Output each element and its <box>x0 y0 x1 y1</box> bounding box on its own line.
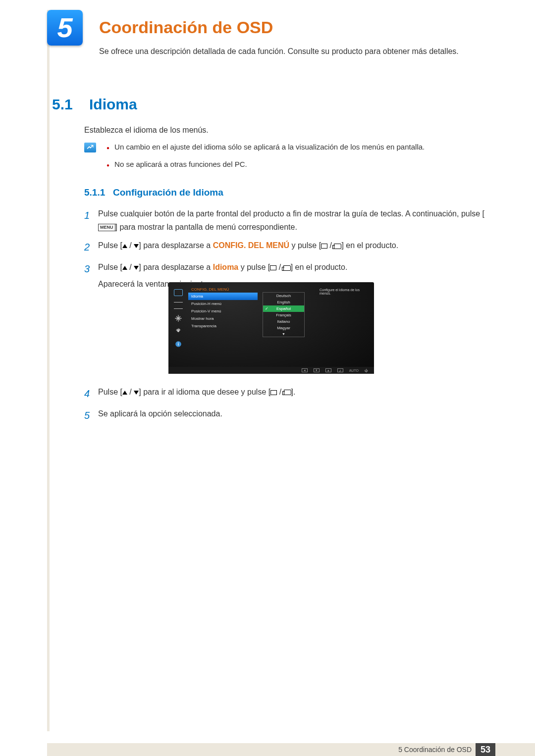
osd-info-icon: i <box>174 341 183 348</box>
osd-lang-item: Italiano <box>263 318 304 325</box>
step-number: 5 <box>84 407 98 424</box>
step-5-text: Se aplicará la opción seleccionada. <box>98 407 493 424</box>
osd-menu-item: Posición-H menú <box>188 300 258 307</box>
osd-lang-scroll-icon: ▼ <box>263 331 304 337</box>
chapter-title: Coordinación de OSD <box>99 18 273 37</box>
osd-color-icon <box>174 302 183 309</box>
step-number: 4 <box>84 385 98 402</box>
chapter-description: Se ofrece una descripción detallada de c… <box>99 46 493 57</box>
source-icon <box>270 390 277 395</box>
enter-icon <box>284 390 291 395</box>
osd-size-icon <box>174 315 183 322</box>
note-bullets: ●Un cambio en el ajuste del idioma sólo … <box>107 142 493 176</box>
bullet-dot-icon: ● <box>107 161 109 170</box>
osd-screenshot: i CONFIG. DEL MENÚ Idioma Posición-H men… <box>168 282 374 374</box>
step-number: 3 <box>84 260 98 290</box>
step-2-text: Pulse [ / ] para desplazarse a CONFIG. D… <box>98 239 493 255</box>
triangle-up-icon <box>122 266 127 270</box>
osd-setup-icon <box>174 328 183 335</box>
left-stripe <box>47 10 50 731</box>
osd-lang-item: English <box>263 299 304 305</box>
step-4-text: Pulse [ / ] para ir al idioma que desee … <box>98 385 493 402</box>
triangle-down-icon <box>134 266 139 270</box>
osd-lang-item: Magyar <box>263 325 304 331</box>
section-description: Establezca el idioma de los menús. <box>84 126 209 135</box>
osd-menu-item: Transparencia <box>188 322 258 330</box>
note-bullet-2: No se aplicará a otras funciones del PC. <box>114 159 247 170</box>
osd-bar-auto-label: AUTO <box>349 369 359 372</box>
enter-icon <box>283 265 291 271</box>
osd-picture-icon <box>174 289 183 296</box>
osd-menu-item: Posición-V menú <box>188 307 258 315</box>
triangle-up-icon <box>122 391 127 395</box>
page-footer: 5 Coordinación de OSD 53 <box>47 743 535 756</box>
osd-lang-item: Français <box>263 312 304 318</box>
osd-lang-item: Deutsch <box>263 293 304 299</box>
footer-chapter-label: 5 Coordinación de OSD <box>398 746 472 754</box>
svg-text:i: i <box>178 342 179 347</box>
subsection-number: 5.1.1 <box>84 187 105 198</box>
note-icon <box>84 143 96 152</box>
note-bullet-1: Un cambio en el ajuste del idioma sólo s… <box>114 142 425 153</box>
triangle-down-icon <box>134 244 139 248</box>
osd-bar-power-icon: ⏻ <box>365 369 368 372</box>
step-1-text: Pulse cualquier botón de la parte fronta… <box>98 207 493 234</box>
menu-button-icon: MENU <box>98 224 115 231</box>
section-number: 5.1 <box>52 96 73 113</box>
osd-lang-item-selected: Español <box>263 305 304 312</box>
osd-bar-down-icon: ▼ <box>314 368 320 372</box>
osd-menu-item: Mostrar hora <box>188 315 258 322</box>
step-number: 2 <box>84 239 98 255</box>
osd-bar-enter-icon: ↲ <box>337 368 343 372</box>
footer-page-number: 53 <box>476 743 495 756</box>
source-icon <box>270 265 276 270</box>
osd-menu-title: CONFIG. DEL MENÚ <box>188 286 258 293</box>
triangle-down-icon <box>134 391 139 395</box>
subsection-title: Configuración de Idioma <box>113 187 223 198</box>
triangle-up-icon <box>122 244 127 248</box>
steps-list-continued: 4 Pulse [ / ] para ir al idioma que dese… <box>84 385 493 429</box>
osd-bar-up-icon: ▲ <box>325 368 331 372</box>
bullet-dot-icon: ● <box>107 144 109 153</box>
step-number: 1 <box>84 207 98 234</box>
osd-bar-left-icon: ◄ <box>302 368 308 372</box>
osd-menu-item: Idioma <box>188 293 258 300</box>
source-icon <box>321 244 327 249</box>
osd-hint-text: Configure el idioma de los menús. <box>320 288 369 295</box>
enter-icon <box>334 244 341 249</box>
section-title: Idioma <box>89 96 137 113</box>
chapter-number-badge: 5 <box>47 10 83 46</box>
